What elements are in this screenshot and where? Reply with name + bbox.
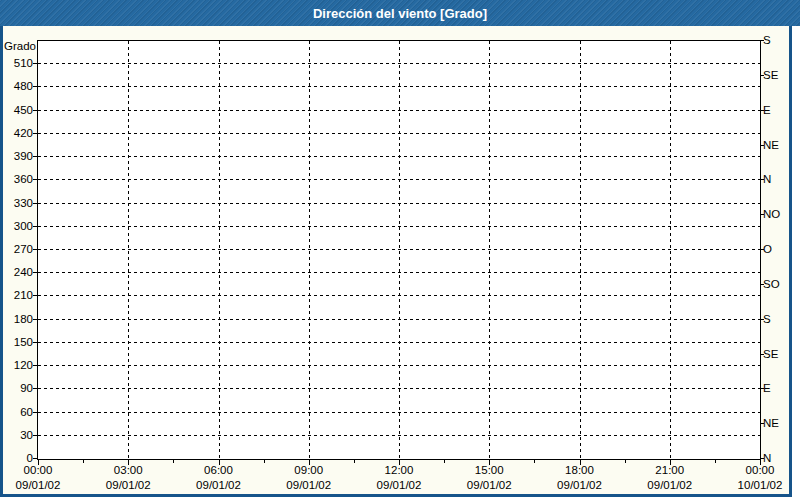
title-bar: Dirección del viento [Grado] (0, 0, 800, 26)
chart-frame (0, 26, 792, 497)
chart-title: Dirección del viento [Grado] (313, 6, 487, 21)
application-window: Dirección del viento [Grado] Grado 03060… (0, 0, 800, 500)
